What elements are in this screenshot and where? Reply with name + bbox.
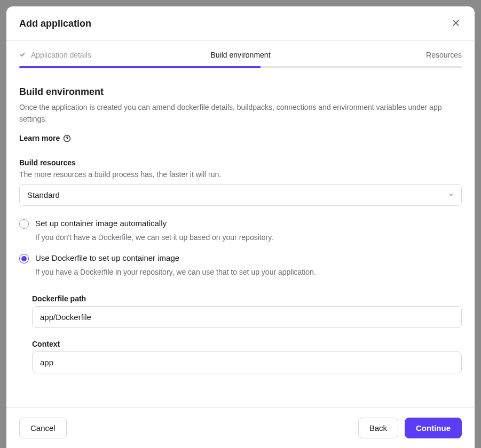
close-icon (452, 19, 460, 27)
radio-dockerfile-content: Use Dockerfile to set up container image… (35, 253, 462, 284)
close-button[interactable] (450, 17, 462, 30)
modal-header: Add application (6, 6, 475, 41)
container-setup-radio-group: Set up container image automatically If … (19, 219, 462, 284)
dockerfile-path-label: Dockerfile path (32, 294, 462, 303)
progress-bar (19, 66, 462, 68)
back-button[interactable]: Back (358, 418, 398, 438)
radio-auto-desc: If you don't have a Dockerfile, we can s… (35, 233, 462, 242)
step-label: Resources (426, 51, 462, 59)
radio-auto[interactable] (19, 219, 29, 229)
radio-option-auto: Set up container image automatically If … (19, 219, 462, 249)
context-label: Context (32, 340, 462, 348)
radio-option-dockerfile: Use Dockerfile to set up container image… (19, 253, 462, 284)
radio-dockerfile-desc: If you have a Dockerfile in your reposit… (35, 268, 462, 276)
footer-right: Back Continue (358, 418, 462, 438)
help-icon (63, 134, 71, 142)
stepper-labels: Application details Build environment Re… (19, 50, 462, 60)
add-application-modal: Add application Application details Buil… (6, 6, 475, 448)
radio-dockerfile-title[interactable]: Use Dockerfile to set up container image (35, 253, 462, 262)
radio-auto-title[interactable]: Set up container image automatically (35, 219, 462, 228)
learn-more-label: Learn more (19, 134, 60, 142)
step-resources[interactable]: Resources (426, 50, 462, 60)
build-resources-label: Build resources (19, 158, 462, 167)
cancel-button[interactable]: Cancel (19, 418, 67, 438)
check-icon (19, 51, 26, 59)
build-resources-select-wrap: Standard (19, 184, 462, 206)
learn-more-link[interactable]: Learn more (19, 134, 71, 142)
dockerfile-path-field: Dockerfile path (32, 294, 462, 328)
radio-dockerfile[interactable] (19, 254, 29, 263)
step-build-environment[interactable]: Build environment (210, 50, 270, 60)
section-description: Once the application is created you can … (19, 102, 462, 125)
build-resources-field: Build resources The more resources a bui… (19, 158, 462, 206)
stepper: Application details Build environment Re… (6, 41, 475, 68)
step-application-details[interactable]: Application details (19, 51, 91, 59)
radio-auto-content: Set up container image automatically If … (35, 219, 462, 249)
context-field: Context (32, 340, 462, 373)
context-input[interactable] (32, 351, 462, 373)
modal-footer: Cancel Back Continue (6, 407, 475, 448)
dockerfile-path-input[interactable] (32, 306, 462, 328)
section-title: Build environment (19, 86, 462, 98)
continue-button[interactable]: Continue (405, 418, 462, 438)
step-label: Application details (31, 51, 91, 59)
progress-fill (19, 66, 261, 68)
modal-title: Add application (19, 18, 91, 29)
svg-point-3 (67, 140, 67, 140)
dockerfile-sub-fields: Dockerfile path Context (32, 294, 462, 373)
build-resources-hint: The more resources a build process has, … (19, 170, 462, 179)
step-label: Build environment (210, 51, 270, 59)
build-resources-select[interactable]: Standard (19, 184, 462, 206)
modal-body: Build environment Once the application i… (6, 68, 475, 407)
